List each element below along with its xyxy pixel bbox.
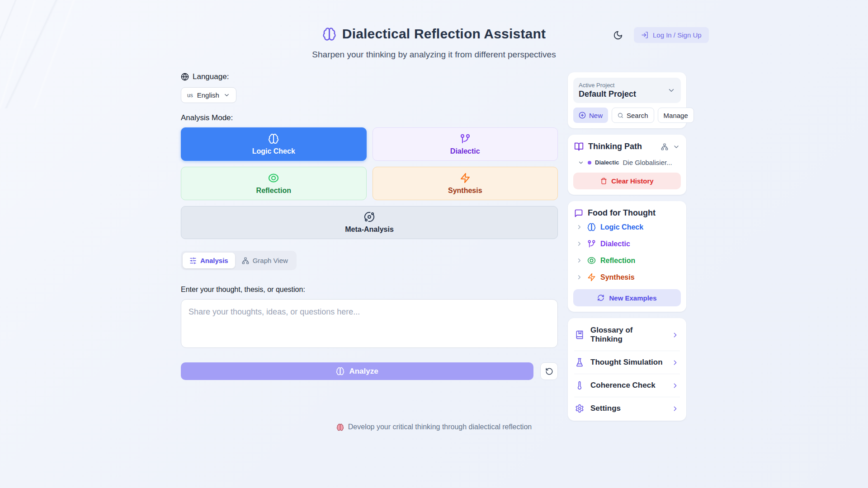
language-select[interactable]: us English [181, 87, 236, 103]
orbit-icon [364, 211, 375, 222]
manage-label: Manage [664, 112, 688, 119]
tab-label: Analysis [200, 257, 228, 264]
food-for-thought-card: Food for Thought Logic Check [568, 201, 686, 312]
food-item-reflection[interactable]: Reflection [573, 252, 681, 269]
network-icon[interactable] [661, 143, 668, 150]
food-item-label: Synthesis [600, 273, 635, 282]
network-icon [242, 257, 249, 264]
plus-circle-icon [579, 112, 586, 119]
history-entry[interactable]: Dialectic Die Globalisier... [573, 152, 681, 173]
tab-label: Graph View [253, 257, 288, 264]
topbar-actions: Log In / Sign Up [611, 27, 709, 43]
chevron-down-icon [578, 160, 584, 166]
food-item-dialectic[interactable]: Dialectic [573, 235, 681, 252]
page-subtitle: Sharpen your thinking by analyzing it fr… [0, 50, 868, 60]
manage-projects-button[interactable]: Manage [658, 108, 694, 123]
active-project-label: Active Project [579, 82, 667, 89]
nav-item-glossary[interactable]: Glossary of Thinking [574, 319, 680, 351]
gear-icon [575, 404, 584, 413]
nav-item-label: Settings [590, 404, 665, 413]
tools-nav-card: Glossary of Thinking Thought Simulation [568, 318, 686, 421]
mode-label: Synthesis [448, 187, 482, 195]
clear-history-label: Clear History [611, 177, 653, 185]
language-label: Language: [193, 72, 229, 81]
footer: Develop your critical thinking through d… [0, 423, 868, 431]
globe-icon [181, 73, 189, 81]
mode-label: Reflection [256, 187, 291, 195]
chevron-right-icon [671, 331, 679, 339]
thinking-path-title: Thinking Path [588, 142, 656, 151]
page-header: Dialectical Reflection Assistant [0, 26, 868, 42]
search-project-button[interactable]: Search [612, 108, 654, 123]
search-label: Search [627, 112, 648, 119]
history-text: Die Globalisier... [623, 159, 672, 166]
new-project-button[interactable]: New [573, 108, 608, 123]
mode-label: Meta-Analysis [345, 225, 394, 234]
git-branch-icon [460, 133, 471, 144]
food-header: Food for Thought [573, 206, 681, 219]
git-branch-icon [587, 239, 596, 248]
mode-label: Logic Check [252, 147, 295, 155]
language-flag: us [187, 92, 193, 99]
thinking-path-actions [661, 143, 680, 150]
new-label: New [589, 112, 603, 119]
zap-icon [460, 173, 471, 183]
chevron-down-icon [667, 86, 675, 94]
food-item-logic-check[interactable]: Logic Check [573, 219, 681, 235]
thought-input-label: Enter your thought, thesis, or question: [181, 286, 558, 294]
new-examples-button[interactable]: New Examples [573, 289, 681, 306]
refresh-icon [597, 294, 604, 301]
mode-button-synthesis[interactable]: Synthesis [373, 167, 558, 200]
chevron-right-icon [576, 240, 583, 247]
view-tabs: Analysis Graph View [181, 251, 297, 270]
book-marked-icon [575, 330, 584, 339]
tab-graph-view[interactable]: Graph View [235, 253, 295, 268]
message-square-icon [574, 209, 583, 218]
language-label-row: Language: [181, 72, 558, 81]
analyze-button[interactable]: Analyze [181, 362, 533, 380]
nav-item-label: Glossary of Thinking [590, 326, 665, 344]
nav-item-label: Thought Simulation [590, 358, 665, 367]
tab-analysis[interactable]: Analysis [183, 253, 235, 268]
clear-history-button[interactable]: Clear History [573, 173, 681, 189]
project-card: Active Project Default Project New [568, 72, 686, 128]
mode-button-dialectic[interactable]: Dialectic [373, 127, 558, 161]
chevron-down-icon [223, 92, 230, 99]
active-project-select[interactable]: Active Project Default Project [573, 78, 681, 103]
brain-icon [268, 133, 279, 144]
page-title: Dialectical Reflection Assistant [342, 26, 546, 42]
reset-button[interactable] [540, 362, 558, 380]
mode-button-meta-analysis[interactable]: Meta-Analysis [181, 206, 558, 239]
sidebar: Active Project Default Project New [568, 72, 686, 421]
login-label: Log In / Sign Up [653, 31, 702, 39]
mode-grid: Logic Check Dialectic Reflection [181, 127, 558, 239]
dark-mode-toggle[interactable] [611, 28, 625, 42]
food-item-synthesis[interactable]: Synthesis [573, 269, 681, 286]
moon-icon [613, 30, 623, 40]
nav-item-label: Coherence Check [590, 381, 665, 390]
login-button[interactable]: Log In / Sign Up [634, 27, 709, 43]
nav-item-settings[interactable]: Settings [574, 397, 680, 420]
sliders-icon [189, 257, 197, 264]
footer-text: Develop your critical thinking through d… [348, 423, 532, 431]
analyze-label: Analyze [349, 367, 378, 376]
nav-item-thought-simulation[interactable]: Thought Simulation [574, 351, 680, 374]
brain-icon [336, 367, 344, 375]
flask-icon [575, 358, 584, 367]
brain-icon [322, 27, 336, 41]
food-title: Food for Thought [588, 208, 680, 218]
chevron-right-icon [671, 405, 679, 413]
project-texts: Active Project Default Project [579, 82, 667, 99]
mode-button-logic-check[interactable]: Logic Check [181, 127, 367, 161]
thought-input[interactable] [181, 299, 558, 348]
mode-button-reflection[interactable]: Reflection [181, 167, 367, 200]
new-examples-label: New Examples [609, 294, 656, 302]
action-row: Analyze [181, 362, 558, 380]
chevron-right-icon [576, 274, 583, 281]
food-item-label: Dialectic [600, 240, 630, 248]
chevron-right-icon [671, 359, 679, 366]
language-selected: English [197, 91, 219, 99]
nav-item-coherence-check[interactable]: Coherence Check [574, 374, 680, 397]
chevron-down-icon[interactable] [673, 143, 680, 150]
food-item-label: Logic Check [600, 223, 643, 231]
